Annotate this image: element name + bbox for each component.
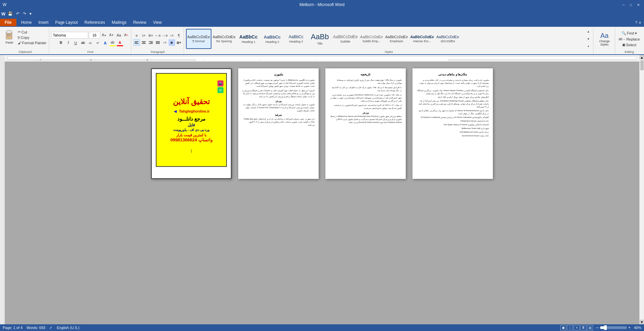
style-item-intense_emphasis[interactable]: AaBbCcDdEeIntense Em... xyxy=(409,29,435,49)
cut-button[interactable]: ✂ Cut xyxy=(17,29,48,35)
quick-access-toolbar: W 💾 ↶ ↷ ▾ xyxy=(0,9,644,18)
ad-url: Tahghighonline.ir xyxy=(179,109,209,113)
language-indicator[interactable]: English (U.S.) xyxy=(57,326,79,330)
style-label-heading1: Heading 1 xyxy=(242,40,255,44)
show-hide-button[interactable]: ¶ xyxy=(176,32,182,39)
styles-scroll-down-button[interactable]: ▼ xyxy=(585,36,592,42)
strikethrough-button[interactable]: ab xyxy=(80,40,86,46)
multilevel-button[interactable]: ⊞≡ xyxy=(147,32,154,39)
select-button[interactable]: ▣ Select xyxy=(621,43,637,47)
bold-button[interactable]: B xyxy=(58,40,64,46)
zoom-out-button[interactable]: ─ xyxy=(596,325,599,330)
style-item-heading1[interactable]: AaBbCcHeading 1 xyxy=(237,29,260,49)
center-button[interactable] xyxy=(140,39,147,46)
page-3-title: تاریخچه xyxy=(329,72,402,77)
full-screen-button[interactable]: □ xyxy=(567,325,573,330)
vertical-scrollbar[interactable]: ▲ ▼ xyxy=(639,55,644,324)
numbering-button[interactable]: 1≡ xyxy=(140,32,147,39)
scroll-up-button[interactable]: ▲ xyxy=(640,55,644,60)
style-item-title[interactable]: AaBbTitle xyxy=(308,29,332,49)
justify-button[interactable] xyxy=(154,39,161,46)
clipboard-label: Clipboard xyxy=(3,50,48,54)
style-item-heading3[interactable]: AaBbCcHeading 3 xyxy=(284,29,308,49)
align-right-icon xyxy=(149,41,153,44)
decrease-indent-button[interactable]: ←≡ xyxy=(154,32,161,39)
align-left-button[interactable] xyxy=(133,39,140,46)
qat-dropdown-button[interactable]: ▾ xyxy=(28,11,33,16)
subscript-button[interactable]: x₂ xyxy=(87,40,94,46)
close-button[interactable]: ✕ xyxy=(635,2,641,8)
change-case-button[interactable]: Aa xyxy=(116,32,122,39)
style-item-intense_reference[interactable]: AaBbCcDdEe1bCcDdEe xyxy=(435,29,460,49)
increase-indent-button[interactable]: →≡ xyxy=(162,32,168,39)
print-layout-button[interactable]: ▣ xyxy=(560,325,566,330)
svg-text:-7: -7 xyxy=(39,59,41,61)
help-icon[interactable]: ? xyxy=(635,20,637,25)
view-menu-item[interactable]: View xyxy=(150,19,165,26)
review-menu-item[interactable]: Review xyxy=(130,19,149,26)
bullets-button[interactable]: ≡ xyxy=(133,32,140,39)
scroll-down-button[interactable]: ▼ xyxy=(640,320,644,324)
font-name-input[interactable] xyxy=(51,32,88,39)
paste-button[interactable]: Paste xyxy=(3,28,16,45)
save-qat-button[interactable]: 💾 xyxy=(7,11,14,16)
grow-font-button[interactable]: A▲ xyxy=(101,32,108,39)
page-1: 📷 W تحقیق آنلاین ◄ Tahghighonline.ir مرج… xyxy=(151,68,232,179)
shrink-font-button[interactable]: A▼ xyxy=(108,32,115,39)
style-item-emphasis[interactable]: AaBbCcDdEeEmphasis xyxy=(384,29,409,49)
text-effects-button[interactable]: A xyxy=(102,40,109,46)
zoom-thumb[interactable] xyxy=(604,325,607,330)
change-styles-button[interactable]: Aa Change Styles xyxy=(595,29,614,49)
zoom-in-button[interactable]: + xyxy=(628,325,631,330)
line-spacing-button[interactable]: ↕≡ xyxy=(162,39,168,46)
close-ribbon-icon[interactable]: ∧ xyxy=(639,20,641,25)
highlight-button[interactable]: ab xyxy=(109,40,116,46)
undo-qat-button[interactable]: ↶ xyxy=(15,11,20,16)
mailings-menu-item[interactable]: Mailings xyxy=(108,19,130,26)
home-menu-item[interactable]: Home xyxy=(18,19,35,26)
redo-qat-button[interactable]: ↷ xyxy=(22,11,27,16)
style-item-no_spacing[interactable]: AaBbCcDdEeNo Spacing xyxy=(212,29,237,49)
insert-menu-item[interactable]: Insert xyxy=(35,19,52,26)
find-button[interactable]: 🔍 Find ▾ xyxy=(621,31,638,36)
superscript-button[interactable]: x² xyxy=(94,40,101,46)
format-painter-button[interactable]: 🖌 Format Painter xyxy=(17,41,48,45)
page-layout-menu-item[interactable]: Page Layout xyxy=(52,19,81,26)
outline-button[interactable]: ≣ xyxy=(580,325,586,330)
window-title: Melborn - Microsoft Word xyxy=(300,2,344,7)
borders-button[interactable]: ▦▾ xyxy=(176,39,182,46)
styles-scroll-up-button[interactable]: ▲ xyxy=(585,28,592,35)
page-2-content: ملبورن ملبورن (به انگلیسی Melbourne) با … xyxy=(242,72,315,127)
font-color-button[interactable]: A xyxy=(117,40,123,46)
spell-check-icon: ✓ xyxy=(49,325,53,330)
draft-button[interactable]: ▤ xyxy=(587,325,593,330)
styles-more-button[interactable]: ▾ xyxy=(585,43,592,50)
style-item-subtitle[interactable]: AaBbCcDdEeSubtitle xyxy=(332,29,359,49)
zoom-slider[interactable] xyxy=(600,326,627,329)
minimize-button[interactable]: ─ xyxy=(621,2,627,8)
web-layout-button[interactable]: ≡ xyxy=(574,325,580,330)
font-size-input[interactable] xyxy=(89,32,100,39)
ruler-body: -7 -6 -5 -4 -3 -2 -1 xyxy=(7,56,637,60)
style-item-normal[interactable]: AaBbCcDdEe¶ Normal xyxy=(186,29,211,49)
underline-button[interactable]: U xyxy=(72,40,79,46)
zoom-level[interactable]: 40% xyxy=(632,326,641,330)
style-item-subtle_emphasis[interactable]: AaBbCcDdEeSubtle Emp... xyxy=(359,29,384,49)
clear-formatting-button[interactable]: A✕ xyxy=(123,32,130,39)
sort-button[interactable]: ↕A xyxy=(169,32,175,39)
font-label: Font xyxy=(51,50,130,54)
word-logo-icon: W xyxy=(3,2,6,7)
file-menu-button[interactable]: File xyxy=(0,19,16,26)
references-menu-item[interactable]: References xyxy=(81,19,108,26)
scroll-thumb[interactable] xyxy=(640,60,644,70)
replace-button[interactable]: ab→ Replace xyxy=(618,37,641,42)
shading-button[interactable]: ▣ xyxy=(169,39,175,46)
ad-sub4: با کمترین قیمت بازار xyxy=(176,133,206,137)
align-right-button[interactable] xyxy=(147,39,154,46)
maximize-button[interactable]: □ xyxy=(628,2,634,8)
style-item-heading2[interactable]: AaBbCcHeading 2 xyxy=(261,29,284,49)
status-left: Page: 1 of 4 Words: 693 ✓ English (U.S.) xyxy=(3,325,79,330)
style-label-normal: ¶ Normal xyxy=(193,40,205,43)
copy-button[interactable]: ⎘ Copy xyxy=(17,35,48,40)
italic-button[interactable]: I xyxy=(65,40,72,46)
